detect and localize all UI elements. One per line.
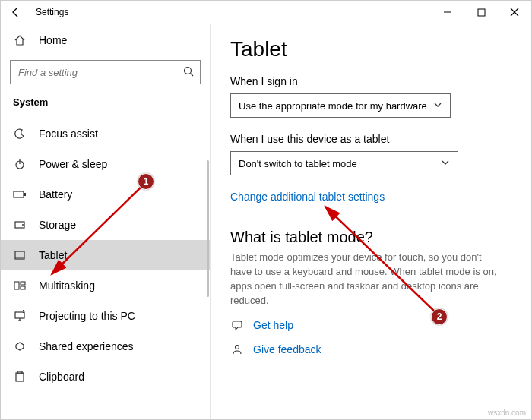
home-icon (13, 33, 27, 47)
dropdown-value: Don't switch to tablet mode (239, 158, 357, 169)
focus-assist-icon (13, 127, 27, 141)
sidebar-item-power-sleep[interactable]: Power & sleep (1, 149, 210, 179)
sidebar-item-shared-experiences[interactable]: Shared experiences (1, 331, 210, 362)
sidebar-item-battery[interactable]: Battery (1, 179, 210, 210)
power-sleep-icon (13, 157, 27, 171)
clipboard-icon (13, 370, 27, 384)
maximize-icon (477, 8, 486, 17)
sidebar-item-label: Storage (39, 219, 76, 231)
battery-icon (13, 188, 27, 201)
search-icon (183, 66, 194, 79)
get-help-row[interactable]: Get help (230, 318, 511, 332)
page-title: Tablet (230, 37, 511, 62)
change-tablet-settings-link[interactable]: Change additional tablet settings (230, 191, 385, 203)
sidebar-item-label: Shared experiences (39, 340, 134, 352)
give-feedback-link[interactable]: Give feedback (253, 343, 321, 355)
content-pane: Tablet When I sign in Use the appropriat… (211, 24, 531, 419)
svg-rect-7 (24, 193, 26, 196)
minimize-icon (443, 8, 452, 17)
arrow-left-icon (10, 6, 22, 18)
sidebar-item-focus-assist[interactable]: Focus assist (1, 118, 210, 149)
what-is-heading: What is tablet mode? (230, 229, 511, 246)
signin-label: When I sign in (230, 75, 511, 87)
svg-point-2 (185, 67, 192, 74)
what-is-description: Tablet mode optimizes your device for to… (230, 251, 504, 308)
feedback-icon (230, 343, 244, 356)
search-input[interactable] (17, 66, 183, 79)
close-icon (510, 8, 519, 17)
svg-rect-14 (21, 286, 25, 289)
multitasking-icon (13, 279, 27, 292)
svg-rect-12 (14, 282, 19, 289)
maximize-button[interactable] (464, 1, 498, 24)
svg-point-20 (236, 346, 239, 349)
sidebar-item-label: Focus assist (39, 128, 98, 140)
minimize-button[interactable] (431, 1, 464, 24)
sidebar-item-tablet[interactable]: Tablet (1, 240, 210, 270)
svg-rect-6 (14, 191, 24, 197)
svg-rect-1 (478, 9, 485, 16)
tablet-icon (13, 248, 27, 262)
close-button[interactable] (498, 1, 531, 24)
svg-rect-15 (15, 312, 24, 318)
shared-experiences-icon (13, 339, 27, 353)
sidebar: Home System Focus assistPower & sleepBat… (1, 24, 211, 419)
give-feedback-row[interactable]: Give feedback (230, 343, 511, 356)
sidebar-item-label: Battery (39, 188, 72, 201)
signin-dropdown[interactable]: Use the appropriate mode for my hardware (230, 93, 451, 118)
get-help-link[interactable]: Get help (253, 319, 293, 331)
watermark: wsxdn.com (488, 409, 526, 417)
storage-icon (13, 218, 27, 232)
tablet-use-dropdown[interactable]: Don't switch to tablet mode (230, 151, 458, 175)
sidebar-scrollbar[interactable] (207, 160, 209, 297)
sidebar-item-label: Multitasking (39, 279, 95, 292)
sidebar-item-storage[interactable]: Storage (1, 210, 210, 240)
sidebar-item-label: Projecting to this PC (39, 310, 135, 322)
sidebar-section-heading: System (1, 92, 210, 118)
sidebar-item-home[interactable]: Home (1, 25, 210, 55)
svg-rect-13 (21, 282, 25, 285)
tablet-use-label: When I use this device as a tablet (230, 133, 511, 145)
svg-point-9 (22, 224, 24, 226)
chevron-down-icon (441, 158, 450, 169)
svg-line-3 (191, 73, 194, 76)
back-button[interactable] (1, 1, 31, 24)
sidebar-item-projecting-to-this-pc[interactable]: Projecting to this PC (1, 301, 210, 331)
search-box[interactable] (10, 60, 201, 84)
titlebar: Settings (1, 1, 531, 24)
sidebar-item-label: Home (39, 34, 67, 46)
dropdown-value: Use the appropriate mode for my hardware (239, 100, 427, 112)
sidebar-item-multitasking[interactable]: Multitasking (1, 270, 210, 301)
sidebar-item-label: Clipboard (39, 371, 84, 383)
chevron-down-icon (433, 100, 442, 112)
sidebar-item-clipboard[interactable]: Clipboard (1, 362, 210, 392)
projecting-to-this-pc-icon (13, 309, 27, 323)
sidebar-item-label: Tablet (39, 249, 67, 261)
help-icon (230, 318, 244, 332)
svg-rect-18 (16, 373, 24, 381)
sidebar-item-label: Power & sleep (39, 158, 107, 170)
app-title: Settings (36, 7, 68, 17)
